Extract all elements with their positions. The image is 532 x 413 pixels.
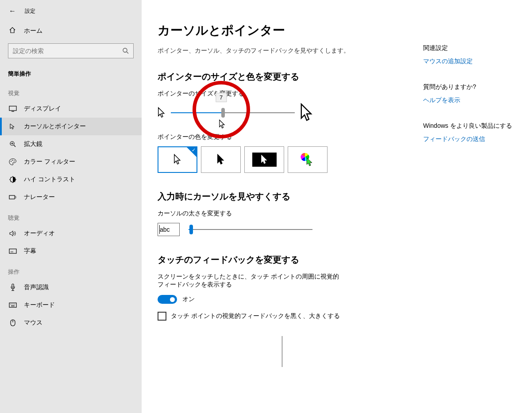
cursor-width-label: カーソルの太さを変更する: [158, 210, 405, 218]
nav-label: 字幕: [24, 247, 36, 255]
section-touch: タッチのフィードバックを変更する: [158, 254, 405, 266]
home-icon: [9, 27, 17, 35]
main-content: カーソルとポインター ポインター、カーソル、タッチのフィードバックを見やすくしま…: [142, 0, 532, 413]
sidebar-item-high-contrast[interactable]: ハイ コントラスト: [0, 171, 142, 188]
nav-label: 拡大鏡: [24, 140, 42, 148]
sidebar-item-audio[interactable]: オーディオ: [0, 225, 142, 242]
pointer-color-label: ポインターの色を変更する: [158, 133, 405, 141]
sidebar-item-display[interactable]: ディスプレイ: [0, 100, 142, 118]
sidebar-item-cursor-pointer[interactable]: カーソルとポインター: [0, 118, 142, 135]
abc-preview: abc: [158, 223, 180, 236]
search-box[interactable]: [8, 43, 134, 58]
nav-label: 音声認識: [24, 283, 49, 291]
mouse-icon: [9, 319, 17, 326]
nav-label: ナレーター: [24, 193, 55, 201]
svg-rect-24: [9, 195, 15, 199]
svg-point-33: [13, 304, 13, 304]
cursor-width-row: abc: [158, 223, 405, 236]
color-option-custom[interactable]: [288, 146, 328, 173]
svg-point-31: [10, 304, 11, 304]
touch-feedback-toggle[interactable]: [158, 295, 177, 304]
toggle-label: オン: [182, 295, 195, 303]
color-option-black[interactable]: [201, 146, 241, 173]
search-input[interactable]: [8, 43, 134, 58]
color-option-white[interactable]: ✓: [158, 146, 197, 173]
cursor-width-slider[interactable]: [189, 229, 312, 230]
sidebar-item-mouse[interactable]: マウス: [0, 314, 142, 332]
page-title: カーソルとポインター: [158, 22, 405, 39]
magnifier-icon: [9, 141, 17, 148]
nav-label: カーソルとポインター: [24, 122, 86, 130]
nav-label: カラー フィルター: [24, 158, 75, 166]
pointer-color-options: ✓: [158, 146, 405, 173]
sidebar-item-magnifier[interactable]: 拡大鏡: [0, 135, 142, 153]
sidebar-item-narrator[interactable]: ナレーター: [0, 188, 142, 206]
keyboard-icon: [9, 302, 17, 308]
nav-label: キーボード: [24, 301, 55, 309]
nav-label: ディスプレイ: [24, 105, 61, 113]
sidebar: ← 設定 ホーム 簡単操作 視覚 ディスプレイ カーソルとポインター 拡大鏡 カ…: [0, 0, 142, 413]
svg-text:cc: cc: [11, 250, 13, 253]
contrast-icon: [9, 176, 17, 183]
question-heading: 質問がありますか?: [423, 83, 520, 91]
slider-thumb[interactable]: [189, 225, 193, 234]
color-option-inverted[interactable]: [244, 146, 284, 173]
svg-rect-30: [9, 303, 16, 307]
sidebar-item-captions[interactable]: cc 字幕: [0, 242, 142, 260]
window-title: 設定: [25, 8, 35, 15]
svg-line-11: [14, 145, 15, 147]
svg-line-23: [15, 177, 15, 178]
nav-label: オーディオ: [24, 229, 55, 237]
svg-point-14: [14, 161, 15, 161]
slider-tooltip: 7: [216, 93, 227, 102]
help-link[interactable]: ヘルプを表示: [423, 96, 520, 104]
narrator-icon: [9, 194, 17, 200]
svg-point-13: [12, 160, 13, 161]
audio-icon: [9, 230, 17, 237]
feedback-link[interactable]: フィードバックの送信: [423, 135, 520, 143]
home-label: ホーム: [24, 27, 42, 35]
sidebar-item-speech[interactable]: 音声認識: [0, 279, 142, 296]
category-title: 簡単操作: [0, 66, 142, 81]
section-size-color: ポインターのサイズと色を変更する: [158, 71, 405, 83]
touch-description: スクリーンをタッチしたときに、タッチ ポイントの周囲に視覚的フィードバックを表示…: [158, 273, 343, 289]
svg-line-22: [11, 181, 11, 182]
pointer-size-label: ポインターのサイズを変更する: [158, 90, 405, 98]
group-hearing: 聴覚: [0, 206, 142, 225]
svg-line-21: [15, 181, 15, 182]
touch-dark-checkbox[interactable]: [158, 312, 166, 321]
sidebar-item-color-filter[interactable]: カラー フィルター: [0, 153, 142, 171]
svg-rect-27: [12, 284, 14, 287]
scrollbar[interactable]: [281, 336, 283, 367]
home-button[interactable]: ホーム: [0, 22, 142, 40]
svg-point-34: [14, 304, 15, 304]
svg-line-5: [127, 52, 128, 54]
pointer-size-slider-row: 7: [158, 103, 405, 122]
back-icon[interactable]: ←: [9, 7, 16, 15]
small-cursor-icon: [158, 107, 166, 119]
pointer-size-slider[interactable]: 7: [171, 112, 295, 113]
svg-rect-6: [9, 106, 16, 111]
display-icon: [9, 106, 17, 112]
captions-icon: cc: [9, 249, 17, 254]
group-interaction: 操作: [0, 260, 142, 279]
touch-checkbox-label: タッチ ポイントの視覚的フィードバックを黒く、大きくする: [171, 312, 340, 320]
page-description: ポインター、カーソル、タッチのフィードバックを見やすくします。: [158, 47, 405, 55]
mouse-settings-link[interactable]: マウスの追加設定: [423, 57, 520, 65]
svg-line-20: [11, 177, 11, 178]
palette-icon: [9, 158, 17, 165]
nav-label: ハイ コントラスト: [24, 176, 75, 184]
related-heading: 関連設定: [423, 44, 520, 52]
svg-point-12: [11, 161, 12, 162]
aside-panel: 関連設定 マウスの追加設定 質問がありますか? ヘルプを表示 Windows を…: [423, 22, 520, 413]
sidebar-item-keyboard[interactable]: キーボード: [0, 296, 142, 314]
svg-point-4: [123, 48, 127, 52]
slider-thumb[interactable]: 7: [221, 108, 225, 118]
search-icon: [122, 47, 129, 56]
large-cursor-icon: [300, 103, 313, 122]
nav-label: マウス: [24, 319, 42, 327]
group-vision: 視覚: [0, 81, 142, 100]
svg-point-32: [12, 304, 12, 304]
section-cursor: 入力時にカーソルを見やすくする: [158, 191, 405, 203]
svg-rect-35: [11, 306, 15, 306]
